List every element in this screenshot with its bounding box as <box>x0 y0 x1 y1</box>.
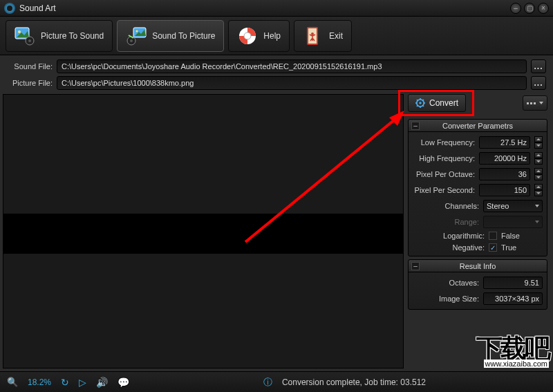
window-title: Sound Art <box>19 3 510 13</box>
convert-label: Convert <box>429 98 458 108</box>
converter-parameters-title: Converter Parametrs <box>442 122 513 130</box>
main-toolbar: Picture To Sound Sound To Picture Help E… <box>0 17 553 55</box>
title-bar: Sound Art – ▢ × <box>0 0 553 17</box>
image-size-row: Image Size: 3037×343 px <box>413 292 543 305</box>
close-button[interactable]: × <box>538 3 549 14</box>
preview-panel[interactable] <box>3 94 404 368</box>
sound-file-label: Sound File: <box>7 62 53 71</box>
svg-point-5 <box>130 39 133 42</box>
svg-point-12 <box>311 32 314 35</box>
pixel-per-octave-label: Pixel Per Octave: <box>413 170 475 178</box>
octaves-row: Octaves: 9.51 <box>413 277 543 289</box>
result-info-title: Result Info <box>460 262 496 270</box>
sound-file-browse-button[interactable]: ... <box>531 59 546 73</box>
exit-label: Exit <box>329 31 343 41</box>
app-icon <box>4 3 15 14</box>
help-button[interactable]: Help <box>228 20 290 52</box>
zoom-icon: 🔍 <box>7 377 18 387</box>
octaves-value: 9.51 <box>483 277 543 289</box>
play-button[interactable]: ▷ <box>79 377 86 388</box>
window-buttons: – ▢ × <box>510 3 549 14</box>
zoom-value: 18.2% <box>28 377 51 387</box>
low-frequency-label: Low Frequency: <box>413 138 475 147</box>
pixel-per-octave-value[interactable]: 36 <box>479 168 530 180</box>
sound-to-picture-icon <box>126 26 147 46</box>
help-icon <box>237 26 258 46</box>
converter-parameters-body: Low Frequency: 27.5 Hz High Frequency: 2… <box>409 132 547 256</box>
svg-point-1 <box>18 30 21 33</box>
low-frequency-spinner[interactable] <box>534 136 543 149</box>
range-row: Range: <box>413 216 543 228</box>
svg-point-3 <box>28 39 31 42</box>
preview-image <box>3 214 403 254</box>
picture-file-row: Picture File: ... <box>7 76 546 90</box>
svg-point-7 <box>136 30 138 32</box>
pixel-per-second-row: Pixel Per Second: 150 <box>413 184 543 196</box>
view-mode-button[interactable] <box>523 95 547 111</box>
chevron-down-icon <box>535 205 539 207</box>
picture-to-sound-icon <box>15 26 35 46</box>
gear-icon <box>415 98 425 108</box>
logarithmic-checkbox[interactable] <box>489 232 497 240</box>
collapse-button[interactable]: – <box>411 262 420 270</box>
info-icon: ⓘ <box>263 376 272 389</box>
convert-button[interactable]: Convert <box>408 94 466 112</box>
status-bar: 🔍 18.2% ↻ ▷ 🔊 💬 ⓘ Conversion complete, J… <box>0 371 553 392</box>
negative-value: True <box>501 243 543 252</box>
range-select <box>483 216 543 228</box>
svg-point-9 <box>244 32 251 39</box>
collapse-button[interactable]: – <box>411 122 420 130</box>
picture-file-browse-button[interactable]: ... <box>531 76 546 90</box>
sound-to-picture-label: Sound To Picture <box>152 31 215 41</box>
sound-button[interactable]: 🔊 <box>96 377 108 388</box>
pixel-per-second-label: Pixel Per Second: <box>413 186 475 194</box>
convert-row: Convert <box>408 94 547 116</box>
sound-file-input[interactable] <box>57 59 527 73</box>
minimize-button[interactable]: – <box>510 3 521 14</box>
image-size-value: 3037×343 px <box>483 292 543 305</box>
negative-checkbox[interactable] <box>489 243 497 252</box>
picture-file-label: Picture File: <box>7 79 53 87</box>
status-text: Conversion complete, Job time: 03.512 <box>282 377 426 387</box>
pixel-per-octave-spinner[interactable] <box>534 168 543 180</box>
image-size-label: Image Size: <box>413 295 479 303</box>
channels-select[interactable]: Stereo <box>483 200 543 212</box>
channels-value: Stereo <box>487 202 509 210</box>
high-frequency-spinner[interactable] <box>534 152 543 165</box>
high-frequency-value[interactable]: 20000 Hz <box>479 152 530 165</box>
converter-parameters-header: – Converter Parametrs <box>409 120 547 132</box>
channels-label: Channels: <box>413 202 479 210</box>
high-frequency-label: High Frequency: <box>413 154 475 162</box>
channels-row: Channels: Stereo <box>413 200 543 212</box>
picture-to-sound-label: Picture To Sound <box>41 31 104 41</box>
octaves-label: Octaves: <box>413 279 479 287</box>
chevron-down-icon <box>535 221 539 223</box>
pixel-per-octave-row: Pixel Per Octave: 36 <box>413 168 543 180</box>
svg-point-14 <box>419 102 422 104</box>
low-frequency-value[interactable]: 27.5 Hz <box>479 136 530 149</box>
file-paths: Sound File: ... Picture File: ... <box>0 55 553 94</box>
pixel-per-second-spinner[interactable] <box>534 184 543 196</box>
picture-file-input[interactable] <box>57 76 527 90</box>
negative-row: Negative: True <box>413 243 543 252</box>
result-info-header: – Result Info <box>409 260 547 272</box>
pixel-per-second-value[interactable]: 150 <box>479 184 530 196</box>
result-info-group: – Result Info Octaves: 9.51 Image Size: … <box>408 259 547 310</box>
chat-button[interactable]: 💬 <box>118 377 129 388</box>
exit-button[interactable]: Exit <box>294 20 352 52</box>
main-area: Convert – Converter Parametrs Low Freque… <box>0 91 553 371</box>
converter-parameters-group: – Converter Parametrs Low Frequency: 27.… <box>408 119 547 256</box>
sound-file-row: Sound File: ... <box>7 59 546 73</box>
sound-to-picture-button[interactable]: Sound To Picture <box>117 20 224 52</box>
maximize-button[interactable]: ▢ <box>524 3 535 14</box>
result-info-body: Octaves: 9.51 Image Size: 3037×343 px <box>409 272 547 309</box>
high-frequency-row: High Frequency: 20000 Hz <box>413 152 543 165</box>
picture-to-sound-button[interactable]: Picture To Sound <box>6 20 113 52</box>
side-panel: Convert – Converter Parametrs Low Freque… <box>404 91 553 371</box>
logarithmic-row: Logarithmic: False <box>413 232 543 240</box>
refresh-button[interactable]: ↻ <box>61 377 69 388</box>
low-frequency-row: Low Frequency: 27.5 Hz <box>413 136 543 149</box>
help-label: Help <box>263 31 281 41</box>
logarithmic-label: Logarithmic: <box>413 232 485 240</box>
exit-icon <box>303 26 324 46</box>
